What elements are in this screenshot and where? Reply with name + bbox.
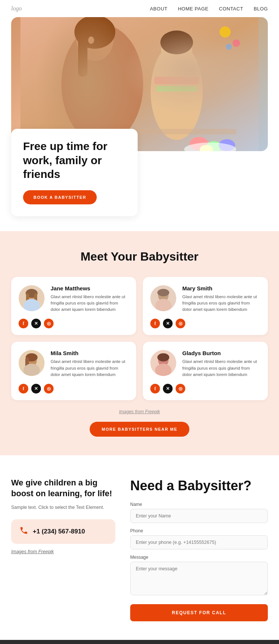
instagram-icon[interactable]: ◎ [176, 319, 185, 328]
meet-section: Meet Your Babysitter Jane Matthews [0, 231, 279, 456]
hero-text-box: Free up time for work, family or friends… [11, 129, 138, 216]
facebook-icon[interactable]: f [150, 384, 160, 393]
need-left-body: Sample text. Click to select the Text El… [11, 504, 115, 511]
sitter-top: Gladys Burton Glavi amet ritnisl libero … [150, 350, 260, 378]
facebook-icon[interactable]: f [150, 319, 160, 328]
hero-headline: Free up time for work, family or friends [23, 139, 126, 181]
more-button-wrapper: MORE BABYSITTERS NEAR ME [11, 422, 268, 437]
nav-homepage[interactable]: HOME PAGE [178, 6, 208, 12]
facebook-icon[interactable]: f [19, 319, 28, 328]
svg-point-3 [74, 17, 115, 49]
twitter-icon[interactable]: ✕ [163, 384, 173, 393]
svg-point-13 [226, 44, 232, 50]
name-label: Name [130, 502, 268, 507]
sitter-socials-jane: f ✕ ◎ [19, 319, 129, 328]
need-section: We give children a big boost on learning… [0, 455, 279, 640]
svg-rect-19 [132, 129, 236, 134]
instagram-icon[interactable]: ◎ [44, 384, 54, 393]
twitter-icon[interactable]: ✕ [163, 319, 173, 328]
form-group-phone: Phone [130, 528, 268, 549]
svg-point-7 [161, 33, 192, 68]
phone-number: +1 (234) 567-8910 [33, 528, 85, 535]
message-textarea[interactable] [130, 562, 268, 595]
twitter-icon[interactable]: ✕ [31, 384, 41, 393]
svg-rect-4 [78, 32, 87, 77]
svg-point-1 [61, 25, 143, 144]
svg-point-11 [219, 26, 231, 38]
sitter-card-mary: Mary Smith Glavi amet ritnisl libero mol… [143, 277, 268, 335]
footer: Sample text. Click to select the Text El… [0, 640, 279, 644]
sitter-top: Mila Smith Glavi amet ritnisl libero mol… [19, 350, 129, 378]
need-left: We give children a big boost on learning… [11, 478, 115, 564]
more-babysitters-button[interactable]: MORE BABYSITTERS NEAR ME [90, 422, 189, 437]
phone-box: +1 (234) 567-8910 [11, 519, 115, 544]
freepik-note: Images from Freepik [11, 409, 268, 414]
svg-point-16 [219, 139, 235, 151]
sitters-grid: Jane Matthews Glavi amet ritnisl libero … [11, 277, 268, 401]
facebook-icon[interactable]: f [19, 384, 28, 393]
navigation: logo ABOUT HOME PAGE CONTACT BLOG [0, 0, 279, 17]
svg-point-12 [232, 39, 240, 47]
sitter-socials-gladys: f ✕ ◎ [150, 384, 260, 393]
sitter-top: Jane Matthews Glavi amet ritnisl libero … [19, 285, 129, 313]
svg-rect-10 [156, 86, 197, 92]
svg-point-15 [206, 141, 221, 151]
sitter-socials-mary: f ✕ ◎ [150, 319, 260, 328]
svg-point-2 [76, 18, 113, 61]
sitter-top: Mary Smith Glavi amet ritnisl libero mol… [150, 285, 260, 313]
submit-button[interactable]: REQUEST FOR CALL [130, 604, 268, 621]
sitter-avatar-jane [19, 285, 45, 311]
instagram-icon[interactable]: ◎ [44, 319, 54, 328]
nav-blog[interactable]: BLOG [254, 6, 268, 12]
book-babysitter-button[interactable]: BOOK A BABYSITTER [23, 190, 97, 204]
svg-point-28 [157, 289, 169, 296]
freepik-note-left: Images from Freepik [11, 548, 115, 555]
logo: logo [11, 5, 22, 12]
form-group-name: Name [130, 502, 268, 523]
hero-section: Free up time for work, family or friends… [0, 17, 279, 231]
sitter-avatar-mila [19, 350, 45, 376]
sitter-socials-mila: f ✕ ◎ [19, 384, 129, 393]
need-right: Need a Babysitter? Name Phone Message RE… [130, 478, 268, 621]
need-right-heading: Need a Babysitter? [130, 478, 268, 494]
nav-contact[interactable]: CONTACT [219, 6, 243, 12]
svg-point-18 [184, 143, 236, 151]
svg-rect-9 [154, 77, 199, 84]
sitter-avatar-mary [150, 285, 176, 311]
sitter-avatar-gladys [150, 350, 176, 376]
svg-point-37 [157, 353, 169, 361]
sitter-info-mary: Mary Smith Glavi amet ritnisl libero mol… [182, 285, 260, 313]
nav-about[interactable]: ABOUT [150, 6, 167, 12]
phone-icon [19, 526, 28, 537]
sitter-card-mila: Mila Smith Glavi amet ritnisl libero mol… [11, 342, 136, 400]
nav-links: ABOUT HOME PAGE CONTACT BLOG [150, 6, 268, 12]
meet-heading: Meet Your Babysitter [11, 250, 268, 264]
instagram-icon[interactable]: ◎ [176, 384, 185, 393]
name-input[interactable] [130, 509, 268, 523]
sitter-card-jane: Jane Matthews Glavi amet ritnisl libero … [11, 277, 136, 335]
sitter-card-gladys: Gladys Burton Glavi amet ritnisl libero … [143, 342, 268, 400]
message-label: Message [130, 555, 268, 560]
form-group-message: Message [130, 555, 268, 597]
twitter-icon[interactable]: ✕ [31, 319, 41, 328]
sitter-info-jane: Jane Matthews Glavi amet ritnisl libero … [51, 285, 129, 313]
sitter-info-gladys: Gladys Burton Glavi amet ritnisl libero … [182, 350, 260, 378]
phone-input[interactable] [130, 535, 268, 549]
svg-point-14 [190, 137, 208, 150]
svg-point-6 [151, 43, 203, 140]
phone-label: Phone [130, 528, 268, 533]
sitter-info-mila: Mila Smith Glavi amet ritnisl libero mol… [51, 350, 129, 378]
need-left-heading: We give children a big boost on learning… [11, 478, 115, 499]
svg-point-17 [200, 145, 213, 151]
svg-point-8 [160, 31, 193, 54]
svg-point-5 [88, 36, 94, 44]
